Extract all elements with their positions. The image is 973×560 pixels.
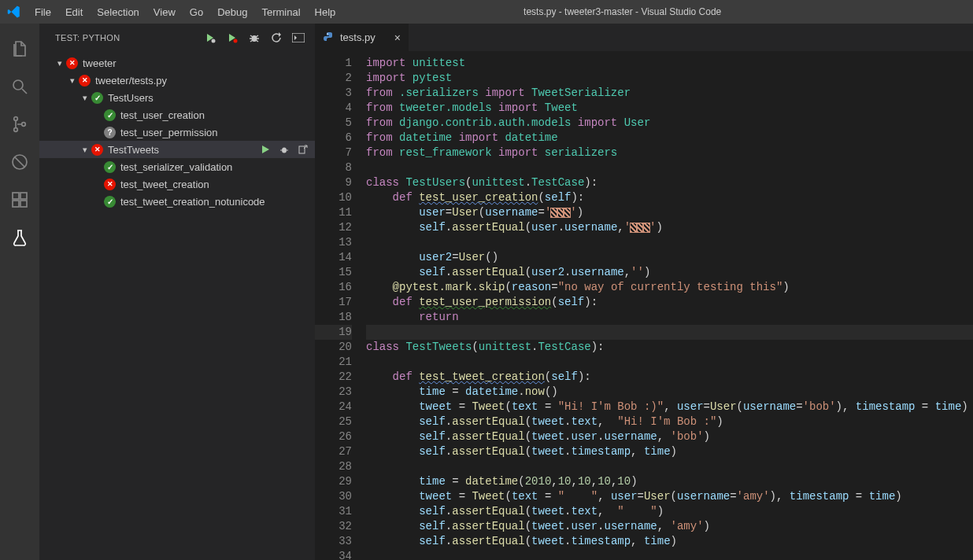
menu-file[interactable]: File bbox=[28, 0, 58, 24]
tree-label: test_serializer_validation bbox=[120, 161, 232, 173]
status-pass-icon bbox=[91, 92, 103, 104]
sidebar-actions bbox=[203, 31, 305, 45]
run-all-icon[interactable] bbox=[203, 31, 217, 45]
editor[interactable]: 1234567891011121314151617181920212223242… bbox=[315, 51, 973, 560]
activity-search-icon[interactable] bbox=[0, 68, 39, 105]
status-pass-icon bbox=[104, 196, 116, 208]
test-tree: tweetertweeter/tests.pyTestUserstest_use… bbox=[39, 51, 315, 560]
tree-label: test_tweet_creation bbox=[120, 179, 209, 190]
tab-tests-py[interactable]: tests.py × bbox=[315, 24, 409, 51]
svg-rect-7 bbox=[13, 193, 19, 199]
editor-group: tests.py × 12345678910111213141516171819… bbox=[315, 24, 973, 560]
twisty-icon[interactable] bbox=[68, 76, 77, 86]
sidebar-title: TEST: PYTHON bbox=[55, 33, 203, 42]
status-fail-icon bbox=[91, 144, 103, 156]
tab-filename: tests.py bbox=[340, 31, 376, 43]
svg-point-0 bbox=[13, 80, 23, 90]
menu-edit[interactable]: Edit bbox=[58, 0, 90, 24]
tree-row-test-tweet-creation[interactable]: test_tweet_creation bbox=[39, 175, 315, 193]
run-failed-icon[interactable] bbox=[225, 31, 239, 45]
menu-selection[interactable]: Selection bbox=[90, 0, 146, 24]
tree-row-testtweets[interactable]: TestTweets bbox=[39, 141, 315, 158]
menu-help[interactable]: Help bbox=[308, 0, 343, 24]
svg-point-12 bbox=[234, 39, 238, 42]
vscode-logo-icon bbox=[0, 5, 28, 19]
status-fail-icon bbox=[79, 75, 91, 87]
tree-label: test_tweet_creation_notunicode bbox=[120, 196, 265, 208]
svg-line-18 bbox=[250, 40, 253, 42]
sidebar-header: TEST: PYTHON bbox=[39, 24, 315, 51]
svg-line-16 bbox=[250, 35, 253, 37]
menu-debug[interactable]: Debug bbox=[210, 0, 254, 24]
tree-label: TestUsers bbox=[108, 92, 154, 104]
svg-point-21 bbox=[282, 148, 287, 153]
twisty-icon[interactable] bbox=[55, 58, 65, 68]
activity-tests-icon[interactable] bbox=[0, 219, 39, 256]
activity-debug-icon[interactable] bbox=[0, 143, 39, 181]
editor-tabs: tests.py × bbox=[315, 24, 973, 51]
svg-point-2 bbox=[14, 117, 18, 121]
status-pass-icon bbox=[104, 109, 116, 121]
svg-line-6 bbox=[15, 157, 24, 167]
svg-point-3 bbox=[14, 128, 18, 132]
svg-line-19 bbox=[256, 40, 258, 42]
python-file-icon bbox=[323, 31, 335, 44]
svg-point-4 bbox=[22, 123, 26, 127]
svg-rect-8 bbox=[20, 193, 27, 199]
tree-label: TestTweets bbox=[108, 144, 159, 156]
svg-rect-24 bbox=[299, 146, 305, 153]
svg-rect-20 bbox=[292, 33, 305, 42]
close-tab-icon[interactable]: × bbox=[394, 31, 401, 44]
tree-row-test-user-permission[interactable]: test_user_permission bbox=[39, 123, 315, 141]
svg-line-1 bbox=[22, 89, 27, 94]
svg-rect-9 bbox=[13, 201, 19, 207]
menubar: FileEditSelectionViewGoDebugTerminalHelp bbox=[28, 0, 342, 24]
activity-bar bbox=[0, 24, 39, 560]
tree-label: test_user_permission bbox=[120, 127, 218, 138]
status-fail-icon bbox=[104, 179, 116, 190]
titlebar: FileEditSelectionViewGoDebugTerminalHelp… bbox=[0, 0, 973, 24]
svg-point-11 bbox=[212, 39, 216, 42]
show-output-icon[interactable] bbox=[291, 31, 305, 45]
tree-row-test-serializer-validation[interactable]: test_serializer_validation bbox=[39, 158, 315, 175]
status-fail-icon bbox=[66, 57, 78, 69]
refresh-icon[interactable] bbox=[269, 31, 283, 45]
twisty-icon[interactable] bbox=[80, 93, 90, 103]
status-unknown-icon bbox=[104, 127, 116, 138]
tree-row-test-tweet-creation-notunicode[interactable]: test_tweet_creation_notunicode bbox=[39, 193, 315, 210]
tree-label: tweeter bbox=[83, 57, 117, 69]
sidebar: TEST: PYTHON tweetertweeter/tests.pyTest… bbox=[39, 24, 315, 560]
debug-icon[interactable] bbox=[247, 31, 261, 45]
run-icon[interactable] bbox=[258, 142, 272, 157]
tree-row-testusers[interactable]: TestUsers bbox=[39, 89, 315, 106]
debug-icon[interactable] bbox=[277, 142, 291, 157]
status-pass-icon bbox=[104, 161, 116, 173]
svg-rect-10 bbox=[20, 201, 27, 207]
tree-row-tweeter-tests-py[interactable]: tweeter/tests.py bbox=[39, 72, 315, 89]
tree-label: test_user_creation bbox=[120, 109, 205, 121]
tree-row-test-user-creation[interactable]: test_user_creation bbox=[39, 106, 315, 123]
tree-label: tweeter/tests.py bbox=[95, 75, 167, 87]
open-file-icon[interactable] bbox=[296, 142, 310, 157]
menu-terminal[interactable]: Terminal bbox=[254, 0, 307, 24]
svg-point-26 bbox=[327, 33, 328, 35]
tree-row-tweeter[interactable]: tweeter bbox=[39, 54, 315, 72]
menu-go[interactable]: Go bbox=[183, 0, 210, 24]
activity-scm-icon[interactable] bbox=[0, 105, 39, 143]
code-area[interactable]: import unittestimport pytestfrom .serial… bbox=[366, 51, 973, 560]
window-title: tests.py - tweeter3-master - Visual Stud… bbox=[342, 6, 973, 17]
twisty-icon[interactable] bbox=[80, 145, 90, 155]
activity-extensions-icon[interactable] bbox=[0, 181, 39, 219]
svg-line-17 bbox=[256, 35, 258, 37]
menu-view[interactable]: View bbox=[146, 0, 183, 24]
activity-files-icon[interactable] bbox=[0, 30, 39, 68]
gutter: 1234567891011121314151617181920212223242… bbox=[315, 51, 366, 560]
